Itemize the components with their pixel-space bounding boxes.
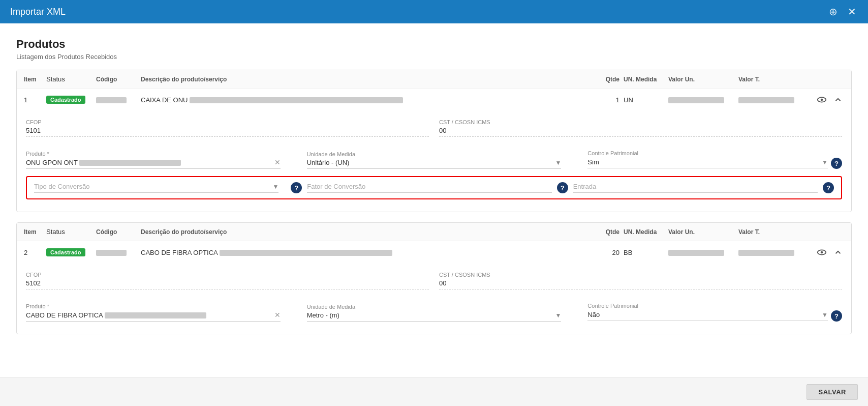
product-2-produto-field: Produto * CABO DE FIBRA OPTICA ✕ bbox=[26, 303, 281, 322]
product-2-unidade-value: Metro - (m) bbox=[307, 311, 553, 319]
product-2-controle-value: Não bbox=[587, 311, 820, 318]
product-1-produto-input[interactable]: ONU GPON ONT ✕ bbox=[26, 158, 281, 169]
col-item-label-2: Item bbox=[24, 228, 42, 236]
product-2-produto-value: CABO DE FIBRA OPTICA bbox=[26, 311, 274, 319]
product-1-valor-t-blurred bbox=[738, 97, 794, 103]
product-2-controle-field: Controle Patrimonial Não ▼ ? bbox=[587, 303, 842, 322]
product-1-tipo-conversao-help[interactable]: ? bbox=[291, 182, 302, 193]
product-1-eye-button[interactable] bbox=[815, 93, 829, 107]
product-2-cfop-cst: CFOP 5102 CST / CSOSN ICMS 00 bbox=[26, 272, 842, 298]
col-descricao-label: Descrição do produto/serviço bbox=[141, 76, 587, 83]
product-2-un: BB bbox=[624, 249, 664, 256]
product-2-controle-arrow: ▼ bbox=[822, 311, 828, 318]
product-2-valor-un-blurred bbox=[668, 250, 724, 256]
product-1-produto-value: ONU GPON ONT bbox=[26, 159, 274, 166]
product-1-unidade-field: Unidade de Medida Unitário - (UN) ▼ bbox=[307, 151, 562, 169]
close-button[interactable]: ✕ bbox=[846, 4, 858, 19]
product-2-produto-input[interactable]: CABO DE FIBRA OPTICA ✕ bbox=[26, 311, 281, 322]
product-1-valor-t bbox=[738, 96, 804, 104]
product-1-produto-clear[interactable]: ✕ bbox=[274, 158, 281, 166]
product-1-produto-field: Produto * ONU GPON ONT ✕ bbox=[26, 151, 281, 169]
product-2-produto-blurred bbox=[105, 312, 206, 318]
col-item-label: Item bbox=[24, 76, 42, 83]
product-2-controle-label: Controle Patrimonial bbox=[587, 303, 842, 309]
product-2-cfop-label: CFOP bbox=[26, 272, 429, 278]
product-1-tipo-conversao-field[interactable]: Tipo de Conversão ▼ bbox=[34, 183, 278, 193]
product-2-status: Cadastrado bbox=[46, 248, 92, 256]
product-1-produto-label: Produto * bbox=[26, 151, 281, 157]
product-2-unidade-arrow: ▼ bbox=[555, 312, 561, 319]
product-2-produto-clear[interactable]: ✕ bbox=[274, 311, 281, 319]
product-1-cfop-label: CFOP bbox=[26, 119, 429, 125]
col-valor-un-label-2: Valor Un. bbox=[668, 228, 734, 236]
product-1-cst-field: CST / CSOSN ICMS 00 bbox=[439, 119, 842, 137]
product-2-unidade-select[interactable]: Metro - (m) ▼ bbox=[307, 311, 562, 322]
col-qtde-label: Qtde bbox=[592, 76, 619, 83]
product-1-produto-row: Produto * ONU GPON ONT ✕ Unidade de Medi… bbox=[26, 150, 842, 169]
product-2-codigo bbox=[96, 249, 137, 256]
product-2-controle-row: Não ▼ ? bbox=[587, 310, 842, 322]
product-1-controle-row: Sim ▼ ? bbox=[587, 158, 842, 169]
product-2-controle-help[interactable]: ? bbox=[831, 310, 842, 322]
product-1-controle-select[interactable]: Sim ▼ bbox=[587, 158, 828, 168]
product-1-controle-arrow: ▼ bbox=[822, 159, 828, 166]
product-1-cfop-value: 5101 bbox=[26, 127, 429, 137]
product-1-unidade-select[interactable]: Unitário - (UN) ▼ bbox=[307, 159, 562, 169]
product-2-produto-row: Produto * CABO DE FIBRA OPTICA ✕ Unidade… bbox=[26, 303, 842, 322]
col-un-label-2: UN. Medida bbox=[624, 228, 664, 236]
product-2-valor-un bbox=[668, 249, 734, 256]
product-1-controle-value: Sim bbox=[587, 158, 820, 166]
product-1-un: UN bbox=[624, 96, 664, 104]
product-1-cst-value: 00 bbox=[439, 127, 842, 137]
product-1-fator-conversao-label: Fator de Conversão bbox=[307, 183, 551, 190]
product-2-valor-t-blurred bbox=[738, 250, 794, 256]
product-1-cfop-cst: CFOP 5101 CST / CSOSN ICMS 00 bbox=[26, 119, 842, 145]
product-1-controle-label: Controle Patrimonial bbox=[587, 150, 842, 156]
product-2-data-row: 2 Cadastrado CABO DE FIBRA OPTICA 20 BB bbox=[17, 241, 851, 264]
product-2-collapse-button[interactable] bbox=[832, 246, 844, 258]
product-1-status: Cadastrado bbox=[46, 96, 92, 104]
product-1-qtde: 1 bbox=[592, 96, 619, 104]
product-1-codigo-blurred bbox=[96, 97, 127, 103]
product-1-codigo bbox=[96, 96, 137, 104]
col-valor-t-label: Valor T. bbox=[738, 76, 804, 83]
product-1-unidade-label: Unidade de Medida bbox=[307, 151, 562, 157]
svg-point-3 bbox=[821, 251, 823, 254]
col-qtde-label-2: Qtde bbox=[592, 228, 619, 236]
section-subtitle: Listagem dos Produtos Recebidos bbox=[16, 53, 852, 61]
product-2-detail: CFOP 5102 CST / CSOSN ICMS 00 Produto * bbox=[17, 264, 851, 334]
product-1-collapse-button[interactable] bbox=[832, 94, 844, 106]
product-1-fator-conversao-help[interactable]: ? bbox=[557, 182, 568, 193]
product-2-qtde: 20 bbox=[592, 249, 619, 256]
save-button[interactable]: SALVAR bbox=[807, 384, 858, 400]
product-2-controle-select[interactable]: Não ▼ bbox=[587, 311, 828, 321]
product-2-cfop-field: CFOP 5102 bbox=[26, 272, 429, 289]
modal-footer: SALVAR bbox=[0, 378, 868, 406]
product-2-cst-field: CST / CSOSN ICMS 00 bbox=[439, 272, 842, 289]
section-title: Produtos bbox=[16, 38, 852, 51]
expand-button[interactable]: ⊕ bbox=[827, 4, 839, 19]
col-valor-un-label: Valor Un. bbox=[668, 76, 734, 83]
col-status-label-2: Status bbox=[46, 228, 92, 236]
product-1-controle-help[interactable]: ? bbox=[831, 158, 842, 169]
product-2-descricao-blurred bbox=[220, 250, 392, 256]
product-2-actions bbox=[809, 245, 844, 259]
product-2-cfop-value: 5102 bbox=[26, 279, 429, 289]
product-1-descricao: CAIXA DE ONU bbox=[141, 96, 587, 104]
product-1-valor-un bbox=[668, 96, 734, 104]
modal-header: Importar XML ⊕ ✕ bbox=[0, 0, 868, 23]
product-1-unidade-value: Unitário - (UN) bbox=[307, 159, 553, 166]
product-1-fator-conversao-field[interactable]: Fator de Conversão bbox=[307, 183, 551, 193]
product-1-entrada-help[interactable]: ? bbox=[823, 182, 834, 193]
product-2-cst-value: 00 bbox=[439, 279, 842, 289]
product-card-2: Item Status Código Descrição do produto/… bbox=[16, 222, 852, 334]
product-1-conversion-container: Tipo de Conversão ▼ ? Fator de Conversão… bbox=[26, 176, 842, 199]
product-2-eye-button[interactable] bbox=[815, 245, 829, 259]
product-2-descricao: CABO DE FIBRA OPTICA bbox=[141, 249, 587, 256]
product-1-descricao-blurred bbox=[190, 97, 403, 103]
col-un-label: UN. Medida bbox=[624, 76, 664, 83]
product-card-1: Item Status Código Descrição do produto/… bbox=[16, 70, 852, 212]
product-1-tipo-conversao-arrow: ▼ bbox=[272, 183, 278, 190]
product-2-unidade-field: Unidade de Medida Metro - (m) ▼ bbox=[307, 304, 562, 322]
product-2-item: 2 bbox=[24, 249, 42, 256]
